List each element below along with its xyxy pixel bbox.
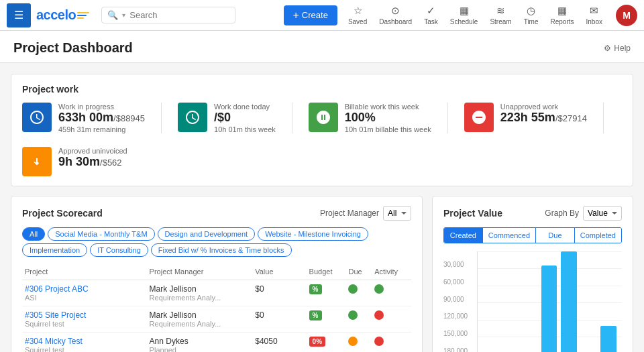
pv-title: Project Value bbox=[443, 208, 502, 219]
pm-cell: Ann Dykes Planned bbox=[147, 332, 253, 352]
due-cell bbox=[345, 332, 372, 352]
project-link[interactable]: #306 Project ABC bbox=[25, 284, 89, 294]
scorecard-header: Project Scorecard Project Manager All bbox=[22, 206, 411, 221]
pm-status: Planned bbox=[150, 346, 250, 352]
search-dropdown-icon[interactable]: ▾ bbox=[122, 11, 125, 19]
pm-name: Mark Jellison bbox=[150, 310, 250, 320]
value-cell: $0 bbox=[252, 306, 306, 332]
top-nav: ☰ accelo 🔍 ▾ + Create ☆ Saved ⊙ Dashboar… bbox=[0, 0, 644, 31]
hamburger-button[interactable]: ☰ bbox=[7, 3, 31, 27]
billable-sub: 10h 01m billable this week bbox=[345, 125, 431, 133]
metric-done-today: Work done today /$0 10h 01m this week bbox=[178, 103, 276, 133]
pm-filter: Project Manager All bbox=[320, 206, 411, 221]
value-amount: $0 bbox=[255, 284, 303, 294]
billable-icon bbox=[309, 103, 338, 132]
pv-tab-created[interactable]: Created bbox=[444, 228, 483, 243]
project-cell: #305 Site Project Squirrel test bbox=[22, 306, 147, 332]
unapproved-value: 223h 55m/$27914 bbox=[500, 111, 587, 125]
tab-design[interactable]: Design and Development bbox=[158, 227, 256, 241]
schedule-nav-item[interactable]: ▦ Schedule bbox=[445, 2, 484, 28]
graph-by-select[interactable]: Value bbox=[583, 206, 622, 221]
metric-billable: Billable work this week 100% 10h 01m bil… bbox=[309, 103, 431, 133]
bar-4 bbox=[561, 251, 577, 352]
create-button[interactable]: + Create bbox=[284, 5, 337, 25]
tab-implementation[interactable]: Implementation bbox=[22, 243, 87, 257]
divider-4 bbox=[603, 103, 604, 133]
budget-cell: % bbox=[307, 306, 346, 332]
pm-cell: Mark Jellison Requirements Analy... bbox=[147, 280, 253, 306]
due-dot bbox=[348, 284, 358, 294]
project-value-panel: Project Value Graph By Value Created Com… bbox=[432, 196, 633, 352]
search-input[interactable] bbox=[129, 10, 217, 20]
time-icon: ◷ bbox=[527, 5, 535, 17]
approved-label: Approved uninvoiced bbox=[58, 147, 127, 155]
avatar[interactable]: M bbox=[616, 5, 637, 26]
bar-3 bbox=[541, 266, 557, 352]
activity-dot bbox=[374, 337, 384, 346]
graph-by-filter: Graph By Value bbox=[545, 206, 622, 221]
reports-label: Reports bbox=[551, 18, 574, 25]
approved-icon bbox=[22, 147, 52, 176]
pv-tab-due[interactable]: Due bbox=[536, 228, 575, 243]
metric-approved: Approved uninvoiced 9h 30m/$562 bbox=[22, 147, 127, 176]
billable-text: Billable work this week 100% 10h 01m bil… bbox=[345, 103, 431, 133]
divider-3 bbox=[447, 103, 448, 133]
pm-cell: Mark Jellison Requirements Analy... bbox=[147, 306, 253, 332]
scorecard-title: Project Scorecard bbox=[22, 208, 103, 219]
tab-all[interactable]: All bbox=[22, 227, 45, 241]
tab-it-consulting[interactable]: IT Consulting bbox=[90, 243, 148, 257]
project-client: ASI bbox=[25, 294, 144, 302]
pm-status: Requirements Analy... bbox=[150, 320, 250, 328]
pm-select[interactable]: All bbox=[383, 206, 411, 221]
time-nav-item[interactable]: ◷ Time bbox=[519, 2, 544, 28]
main-content: Project work Work in progress 633h 00m/$… bbox=[0, 63, 644, 352]
due-dot bbox=[348, 310, 358, 320]
logo: accelo bbox=[36, 7, 89, 23]
y-label: 150,000 bbox=[443, 330, 474, 337]
in-progress-icon bbox=[22, 103, 52, 132]
project-scorecard: Project Scorecard Project Manager All Al… bbox=[11, 196, 423, 352]
create-label: Create bbox=[302, 10, 328, 20]
unapproved-label: Unapproved work bbox=[500, 103, 587, 111]
project-cell: #306 Project ABC ASI bbox=[22, 280, 147, 306]
tab-social-media[interactable]: Social Media - Monthly T&M bbox=[48, 227, 154, 241]
reports-nav-item[interactable]: ▦ Reports bbox=[545, 2, 580, 28]
task-nav-item[interactable]: ✓ Task bbox=[419, 2, 443, 28]
pv-header: Project Value Graph By Value bbox=[443, 206, 622, 221]
pv-tab-commenced[interactable]: Commenced bbox=[483, 228, 536, 243]
col-due: Due bbox=[345, 263, 372, 280]
stream-nav-item[interactable]: ≋ Stream bbox=[484, 2, 517, 28]
col-activity: Activity bbox=[372, 263, 411, 280]
saved-label: Saved bbox=[348, 18, 367, 25]
pm-filter-label: Project Manager bbox=[320, 209, 379, 218]
search-bar[interactable]: 🔍 ▾ bbox=[101, 7, 235, 23]
budget-badge: % bbox=[309, 310, 322, 320]
pv-tab-completed[interactable]: Completed bbox=[575, 228, 621, 243]
dashboard-nav-item[interactable]: ⊙ Dashboard bbox=[374, 2, 417, 28]
inbox-nav-item[interactable]: ✉ Inbox bbox=[581, 2, 608, 28]
in-progress-value: 633h 00m/$88945 bbox=[58, 111, 145, 125]
help-button[interactable]: ⚙ Help bbox=[604, 44, 631, 53]
project-link[interactable]: #304 Micky Test bbox=[25, 337, 83, 346]
activity-cell bbox=[372, 332, 411, 352]
tab-fixed-bid[interactable]: Fixed Bid w/ % Invoices & Time blocks bbox=[151, 243, 292, 257]
bar-6 bbox=[600, 326, 616, 352]
chart-area: 210,000180,000150,000120,00090,00060,000… bbox=[443, 251, 622, 352]
logo-text: accelo bbox=[36, 7, 76, 23]
col-budget: Budget bbox=[307, 263, 346, 280]
inbox-icon: ✉ bbox=[590, 5, 598, 17]
value-cell: $4050 bbox=[252, 332, 306, 352]
dashboard-label: Dashboard bbox=[379, 18, 412, 25]
activity-cell bbox=[372, 306, 411, 332]
in-progress-label: Work in progress bbox=[58, 103, 145, 111]
saved-nav-item[interactable]: ☆ Saved bbox=[343, 2, 372, 28]
tab-website[interactable]: Website - Milestone Invoicing bbox=[258, 227, 368, 241]
due-dot bbox=[348, 337, 358, 346]
project-link[interactable]: #305 Site Project bbox=[25, 310, 86, 320]
schedule-label: Schedule bbox=[450, 18, 478, 25]
graph-by-label: Graph By bbox=[545, 209, 579, 218]
task-icon: ✓ bbox=[427, 5, 435, 17]
done-today-sub: 10h 01m this week bbox=[214, 125, 276, 133]
table-row: #304 Micky Test Squirrel test Ann Dykes … bbox=[22, 332, 411, 352]
due-cell bbox=[345, 306, 372, 332]
